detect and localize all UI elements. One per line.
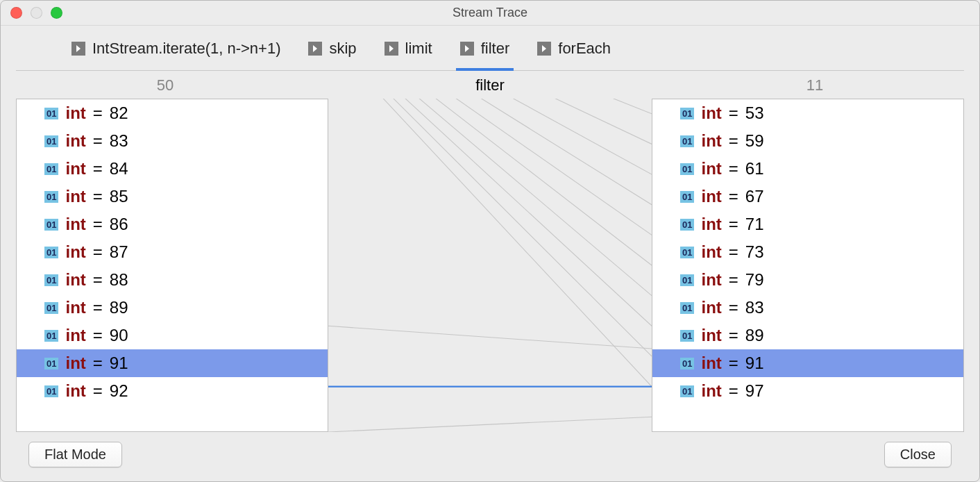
type-keyword: int: [701, 215, 721, 234]
svg-line-10: [328, 326, 652, 349]
zoom-window-button[interactable]: [51, 7, 62, 19]
value: 84: [110, 159, 128, 178]
value: 79: [745, 270, 764, 290]
type-badge-icon: 01: [44, 191, 58, 203]
value: 53: [745, 103, 764, 123]
type-keyword: int: [701, 298, 721, 317]
value: 82: [110, 103, 128, 123]
list-item[interactable]: 01int=53: [652, 99, 963, 127]
list-item[interactable]: 01int=71: [652, 210, 963, 238]
type-badge-icon: 01: [680, 274, 694, 286]
type-badge-icon: 01: [44, 163, 58, 175]
input-list[interactable]: 01int=8201int=8301int=8401int=8501int=86…: [17, 99, 328, 431]
list-item[interactable]: 01int=89: [17, 294, 328, 322]
stage-header: 50 filter 11: [1, 76, 979, 94]
chevron-right-icon: [71, 42, 85, 56]
type-keyword: int: [701, 270, 721, 290]
type-badge-icon: 01: [680, 191, 694, 203]
tab-limit[interactable]: limit: [385, 40, 432, 60]
value: 67: [745, 187, 764, 206]
type-badge-icon: 01: [44, 330, 58, 342]
list-item[interactable]: 01int=83: [652, 294, 963, 322]
equals-sign: =: [729, 103, 738, 123]
equals-sign: =: [729, 326, 738, 345]
type-badge-icon: 01: [44, 247, 58, 258]
svg-line-1: [328, 99, 652, 144]
close-button[interactable]: Close: [884, 442, 952, 467]
list-item[interactable]: 01int=88: [17, 266, 328, 294]
trace-panels: 01int=8201int=8301int=8401int=8501int=86…: [1, 94, 979, 432]
list-item[interactable]: 01int=87: [17, 238, 328, 266]
equals-sign: =: [93, 159, 103, 178]
equals-sign: =: [93, 270, 103, 290]
type-badge-icon: 01: [680, 385, 694, 397]
equals-sign: =: [729, 381, 738, 401]
list-item[interactable]: 01int=73: [652, 238, 963, 266]
type-badge-icon: 01: [680, 135, 694, 147]
chevron-right-icon: [460, 42, 474, 56]
equals-sign: =: [729, 187, 738, 206]
type-keyword: int: [65, 159, 85, 178]
stage-name: filter: [314, 76, 666, 94]
mapping-lines: [328, 99, 652, 432]
list-item[interactable]: 01int=92: [17, 377, 328, 405]
value: 83: [745, 298, 764, 317]
output-list[interactable]: 01int=5301int=5901int=6101int=6701int=71…: [652, 99, 963, 431]
list-item[interactable]: 01int=67: [652, 183, 963, 210]
close-window-button[interactable]: [10, 7, 22, 19]
output-count: 11: [666, 76, 964, 94]
type-keyword: int: [701, 131, 721, 151]
list-item[interactable]: 01int=61: [652, 155, 963, 183]
tab-filter[interactable]: filter: [460, 40, 510, 60]
list-item[interactable]: 01int=86: [17, 210, 328, 238]
tab-label: IntStream.iterate(1, n->n+1): [92, 40, 280, 58]
type-keyword: int: [701, 326, 721, 345]
svg-line-11: [328, 417, 652, 432]
value: 88: [110, 270, 128, 290]
list-item[interactable]: 01int=83: [17, 127, 328, 155]
svg-line-4: [328, 99, 652, 235]
traffic-lights: [10, 7, 62, 19]
chevron-right-icon: [308, 42, 322, 56]
tab-label: limit: [405, 40, 432, 58]
type-keyword: int: [65, 131, 85, 151]
tab-foreach[interactable]: forEach: [537, 40, 611, 60]
svg-line-7: [328, 99, 652, 326]
equals-sign: =: [93, 354, 103, 373]
list-item[interactable]: 01int=79: [652, 266, 963, 294]
input-list-box: 01int=8201int=8301int=8401int=8501int=86…: [16, 99, 328, 432]
value: 83: [110, 131, 128, 151]
tabs-container: IntStream.iterate(1, n->n+1)skiplimitfil…: [1, 26, 979, 71]
type-badge-icon: 01: [44, 108, 58, 119]
tab-skip[interactable]: skip: [308, 40, 356, 60]
titlebar: Stream Trace: [1, 1, 979, 26]
list-item[interactable]: 01int=91: [17, 349, 328, 377]
equals-sign: =: [729, 242, 738, 262]
tab-label: forEach: [558, 40, 611, 58]
equals-sign: =: [729, 270, 738, 290]
input-count: 50: [16, 76, 314, 94]
svg-line-5: [328, 99, 652, 265]
list-item[interactable]: 01int=89: [652, 322, 963, 349]
tab-intstream-iterate-1-n-n-1-[interactable]: IntStream.iterate(1, n->n+1): [71, 40, 280, 60]
list-item[interactable]: 01int=84: [17, 155, 328, 183]
flat-mode-button[interactable]: Flat Mode: [28, 442, 122, 467]
type-keyword: int: [701, 103, 721, 123]
type-badge-icon: 01: [44, 274, 58, 286]
list-item[interactable]: 01int=85: [17, 183, 328, 210]
type-keyword: int: [65, 354, 85, 373]
svg-line-9: [328, 99, 652, 387]
minimize-window-button[interactable]: [31, 7, 42, 19]
footer: Flat Mode Close: [1, 432, 979, 481]
svg-line-0: [328, 99, 652, 114]
list-item[interactable]: 01int=90: [17, 322, 328, 349]
equals-sign: =: [729, 354, 738, 373]
list-item[interactable]: 01int=97: [652, 377, 963, 405]
equals-sign: =: [93, 381, 103, 401]
type-keyword: int: [701, 381, 721, 401]
list-item[interactable]: 01int=82: [17, 99, 328, 127]
equals-sign: =: [93, 103, 103, 123]
list-item[interactable]: 01int=91: [652, 349, 963, 377]
value: 89: [745, 326, 764, 345]
list-item[interactable]: 01int=59: [652, 127, 963, 155]
